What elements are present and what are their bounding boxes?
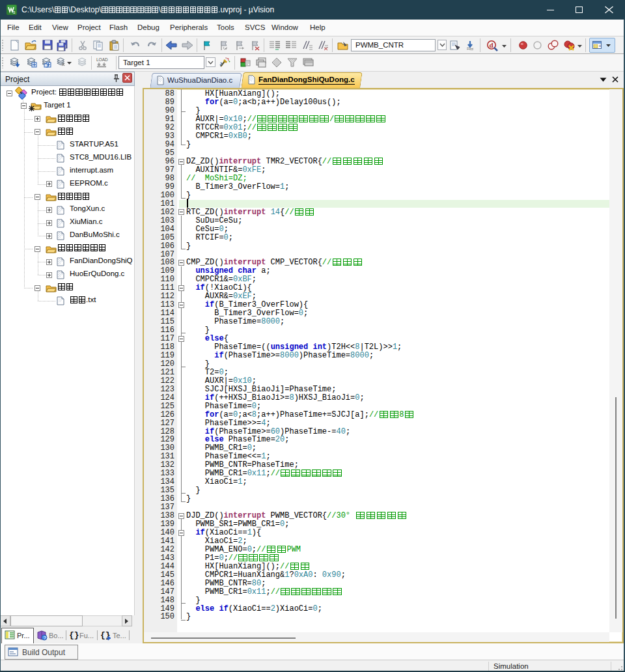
svg-text:s: s [13, 10, 16, 14]
svg-text:?: ? [44, 635, 47, 641]
svg-text:d: d [490, 41, 493, 49]
svg-text:LOAD: LOAD [96, 57, 108, 62]
